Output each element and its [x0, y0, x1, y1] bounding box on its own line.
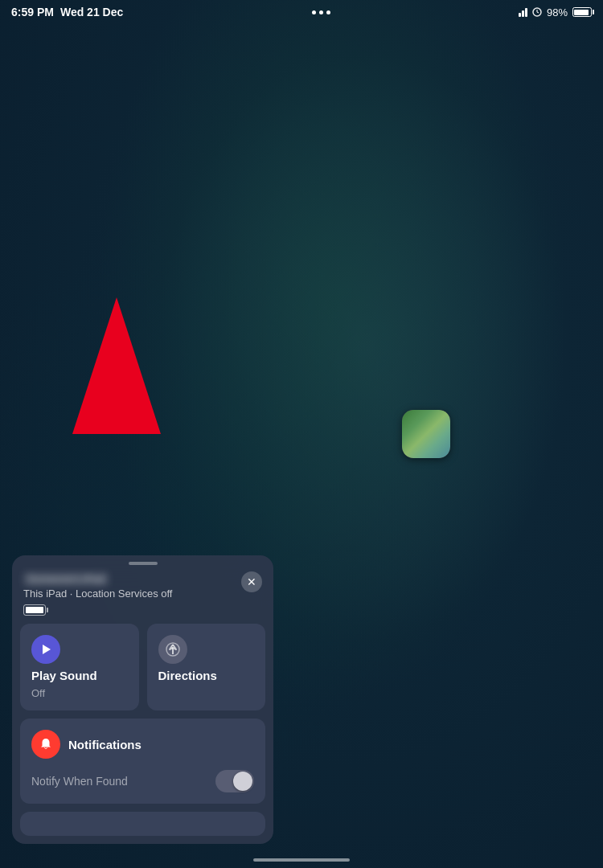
notify-when-found-toggle[interactable]	[215, 770, 254, 792]
notifications-section: Notifications Notify When Found	[20, 719, 265, 804]
directions-label: Directions	[158, 669, 217, 682]
play-sound-sublabel: Off	[31, 687, 45, 699]
home-indicator	[253, 858, 350, 862]
directions-icon	[158, 635, 187, 664]
battery-percent: 98%	[547, 6, 568, 18]
notifications-header: Notifications	[31, 730, 254, 759]
time: 6:59 PM	[11, 6, 54, 18]
play-sound-button[interactable]: Play Sound Off	[20, 624, 139, 710]
notification-bell-icon	[31, 730, 60, 759]
floating-app-icon[interactable]	[402, 410, 450, 458]
app-icon-image	[402, 410, 450, 458]
status-dots	[312, 10, 330, 14]
wifi-icon	[519, 7, 527, 17]
battery-sm-icon	[23, 604, 46, 616]
popup-title-area: Someone's iPad This iPad · Location Serv…	[23, 571, 172, 616]
more-actions-section	[20, 812, 265, 836]
status-indicators: 98%	[519, 6, 592, 18]
device-subtitle: This iPad · Location Services off	[23, 588, 172, 600]
notify-when-found-label: Notify When Found	[31, 775, 128, 788]
directions-button[interactable]: Directions	[147, 624, 266, 710]
popup-header: Someone's iPad This iPad · Location Serv…	[12, 568, 273, 624]
popup-close-button[interactable]: ✕	[241, 571, 262, 592]
drag-handle-area[interactable]	[12, 555, 273, 568]
status-time-date: 6:59 PM Wed 21 Dec	[11, 6, 123, 18]
device-popup-card: Someone's iPad This iPad · Location Serv…	[12, 555, 273, 844]
notify-when-found-row: Notify When Found	[31, 770, 254, 792]
status-bar: 6:59 PM Wed 21 Dec 98%	[0, 0, 603, 24]
notifications-label: Notifications	[68, 738, 142, 751]
close-icon: ✕	[247, 575, 256, 588]
play-sound-label: Play Sound	[31, 669, 97, 682]
location-icon	[532, 7, 542, 17]
date: Wed 21 Dec	[60, 6, 123, 18]
toggle-thumb	[233, 772, 252, 791]
play-icon	[31, 635, 60, 664]
svg-marker-3	[43, 645, 51, 654]
device-name: Someone's iPad	[23, 572, 109, 586]
map-marker-triangle	[72, 297, 161, 434]
svg-line-2	[537, 12, 539, 13]
drag-bar	[129, 562, 158, 565]
battery-icon	[572, 7, 592, 17]
action-buttons-grid: Play Sound Off Directions	[12, 624, 273, 719]
battery-indicator	[23, 604, 172, 616]
